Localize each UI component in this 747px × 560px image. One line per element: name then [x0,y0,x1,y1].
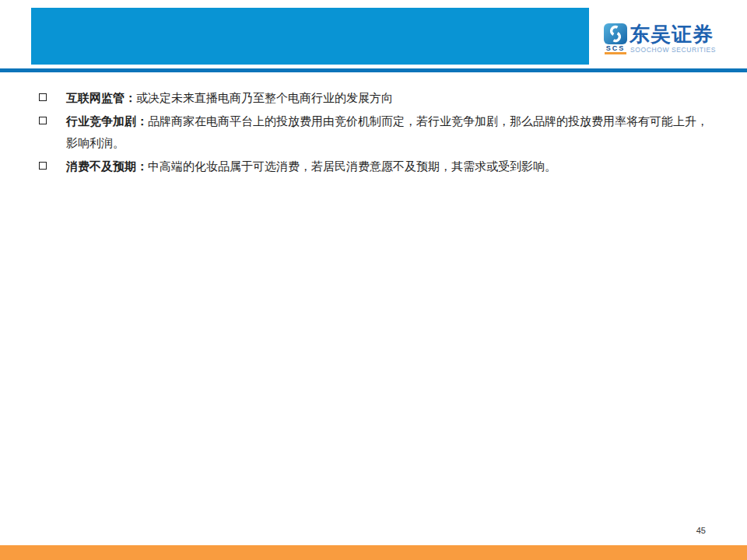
bullet-label: 消费不及预期： [66,159,148,173]
bullet-label: 行业竞争加剧： [66,114,148,128]
list-item: 互联网监管：或决定未来直播电商乃至整个电商行业的发展方向 [39,87,708,109]
logo-mark: SCS [604,23,627,54]
brand-name-chinese: 东吴证券 [630,24,714,44]
list-item: 消费不及预期：中高端的化妆品属于可选消费，若居民消费意愿不及预期，其需求或受到影… [39,156,708,177]
bullet-body: 或决定未来直播电商乃至整个电商行业的发展方向 [136,91,393,104]
bullet-text: 消费不及预期：中高端的化妆品属于可选消费，若居民消费意愿不及预期，其需求或受到影… [66,156,708,177]
header-divider [0,68,747,72]
soochow-securities-logo: SCS 东吴证券 SOOCHOW SECURITIES [604,23,736,56]
square-bullet-icon [39,93,47,101]
square-bullet-icon [39,162,47,170]
logo-badge-underline [605,52,626,54]
brand-name-english: SOOCHOW SECURITIES [630,46,716,54]
slide: SCS 东吴证券 SOOCHOW SECURITIES 互联网监管：或决定未来直… [0,0,747,560]
logo-badge-text: SCS [604,44,627,52]
header-band [31,8,589,65]
square-bullet-icon [39,117,47,124]
bullet-text: 互联网监管：或决定未来直播电商乃至整个电商行业的发展方向 [66,87,708,109]
bullet-label: 互联网监管： [66,91,136,104]
footer-band [0,545,747,560]
bullet-text: 行业竞争加剧：品牌商家在电商平台上的投放费用由竞价机制而定，若行业竞争加剧，那么… [66,110,708,154]
bullet-body: 中高端的化妆品属于可选消费，若居民消费意愿不及预期，其需求或受到影响。 [148,159,556,173]
soochow-logo-icon [604,23,627,44]
bullet-body: 品牌商家在电商平台上的投放费用由竞价机制而定，若行业竞争加剧，那么品牌的投放费用… [66,114,708,149]
list-item: 行业竞争加剧：品牌商家在电商平台上的投放费用由竞价机制而定，若行业竞争加剧，那么… [39,110,708,154]
page-number: 45 [696,526,706,535]
bullet-list: 互联网监管：或决定未来直播电商乃至整个电商行业的发展方向 行业竞争加剧：品牌商家… [39,87,708,179]
